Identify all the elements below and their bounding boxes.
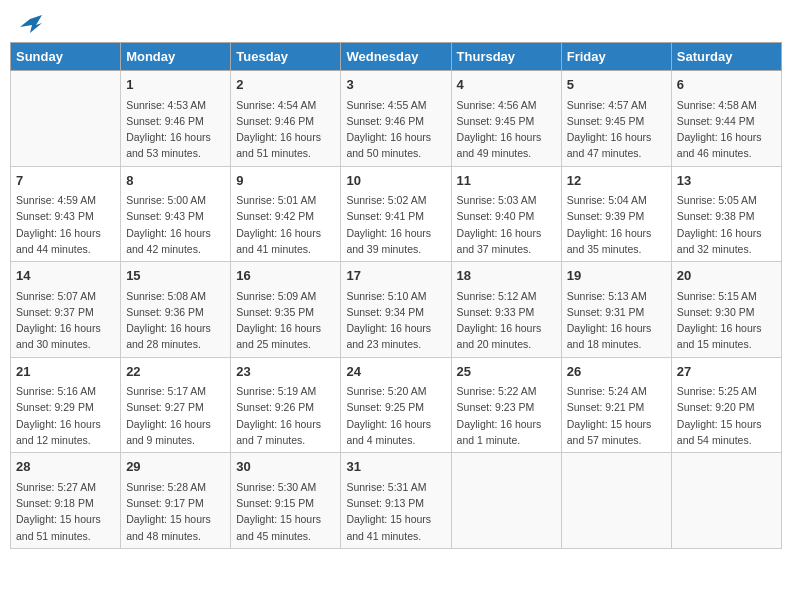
calendar-week-row: 1Sunrise: 4:53 AMSunset: 9:46 PMDaylight… — [11, 71, 782, 167]
calendar-header-row: SundayMondayTuesdayWednesdayThursdayFrid… — [11, 43, 782, 71]
calendar-cell — [561, 453, 671, 549]
calendar-cell: 19Sunrise: 5:13 AMSunset: 9:31 PMDayligh… — [561, 262, 671, 358]
day-number: 4 — [457, 75, 556, 95]
day-number: 25 — [457, 362, 556, 382]
day-info: Sunrise: 5:10 AMSunset: 9:34 PMDaylight:… — [346, 288, 445, 353]
day-info: Sunrise: 5:16 AMSunset: 9:29 PMDaylight:… — [16, 383, 115, 448]
day-number: 20 — [677, 266, 776, 286]
day-info: Sunrise: 4:56 AMSunset: 9:45 PMDaylight:… — [457, 97, 556, 162]
day-number: 17 — [346, 266, 445, 286]
day-number: 3 — [346, 75, 445, 95]
day-info: Sunrise: 5:15 AMSunset: 9:30 PMDaylight:… — [677, 288, 776, 353]
day-info: Sunrise: 5:22 AMSunset: 9:23 PMDaylight:… — [457, 383, 556, 448]
calendar-cell: 8Sunrise: 5:00 AMSunset: 9:43 PMDaylight… — [121, 166, 231, 262]
day-number: 26 — [567, 362, 666, 382]
day-number: 1 — [126, 75, 225, 95]
calendar-cell — [11, 71, 121, 167]
day-number: 21 — [16, 362, 115, 382]
calendar-cell: 12Sunrise: 5:04 AMSunset: 9:39 PMDayligh… — [561, 166, 671, 262]
calendar-cell: 23Sunrise: 5:19 AMSunset: 9:26 PMDayligh… — [231, 357, 341, 453]
logo-bird-icon — [20, 15, 42, 35]
day-header-wednesday: Wednesday — [341, 43, 451, 71]
day-info: Sunrise: 5:07 AMSunset: 9:37 PMDaylight:… — [16, 288, 115, 353]
calendar-cell: 6Sunrise: 4:58 AMSunset: 9:44 PMDaylight… — [671, 71, 781, 167]
day-number: 12 — [567, 171, 666, 191]
day-number: 18 — [457, 266, 556, 286]
day-number: 6 — [677, 75, 776, 95]
day-header-monday: Monday — [121, 43, 231, 71]
day-number: 31 — [346, 457, 445, 477]
calendar-cell: 9Sunrise: 5:01 AMSunset: 9:42 PMDaylight… — [231, 166, 341, 262]
svg-marker-0 — [20, 15, 42, 33]
calendar-cell: 21Sunrise: 5:16 AMSunset: 9:29 PMDayligh… — [11, 357, 121, 453]
calendar-cell: 11Sunrise: 5:03 AMSunset: 9:40 PMDayligh… — [451, 166, 561, 262]
calendar-cell: 26Sunrise: 5:24 AMSunset: 9:21 PMDayligh… — [561, 357, 671, 453]
calendar-cell: 17Sunrise: 5:10 AMSunset: 9:34 PMDayligh… — [341, 262, 451, 358]
day-info: Sunrise: 4:57 AMSunset: 9:45 PMDaylight:… — [567, 97, 666, 162]
day-info: Sunrise: 5:13 AMSunset: 9:31 PMDaylight:… — [567, 288, 666, 353]
calendar-cell: 27Sunrise: 5:25 AMSunset: 9:20 PMDayligh… — [671, 357, 781, 453]
day-number: 30 — [236, 457, 335, 477]
day-number: 29 — [126, 457, 225, 477]
calendar-cell: 2Sunrise: 4:54 AMSunset: 9:46 PMDaylight… — [231, 71, 341, 167]
day-info: Sunrise: 5:19 AMSunset: 9:26 PMDaylight:… — [236, 383, 335, 448]
day-info: Sunrise: 5:09 AMSunset: 9:35 PMDaylight:… — [236, 288, 335, 353]
day-info: Sunrise: 5:24 AMSunset: 9:21 PMDaylight:… — [567, 383, 666, 448]
day-number: 11 — [457, 171, 556, 191]
day-number: 22 — [126, 362, 225, 382]
calendar-cell: 1Sunrise: 4:53 AMSunset: 9:46 PMDaylight… — [121, 71, 231, 167]
calendar-cell: 15Sunrise: 5:08 AMSunset: 9:36 PMDayligh… — [121, 262, 231, 358]
day-number: 24 — [346, 362, 445, 382]
day-number: 16 — [236, 266, 335, 286]
calendar-cell: 16Sunrise: 5:09 AMSunset: 9:35 PMDayligh… — [231, 262, 341, 358]
day-info: Sunrise: 5:27 AMSunset: 9:18 PMDaylight:… — [16, 479, 115, 544]
calendar-table: SundayMondayTuesdayWednesdayThursdayFrid… — [10, 42, 782, 549]
day-info: Sunrise: 4:53 AMSunset: 9:46 PMDaylight:… — [126, 97, 225, 162]
day-number: 14 — [16, 266, 115, 286]
day-info: Sunrise: 5:01 AMSunset: 9:42 PMDaylight:… — [236, 192, 335, 257]
calendar-cell: 18Sunrise: 5:12 AMSunset: 9:33 PMDayligh… — [451, 262, 561, 358]
calendar-cell: 14Sunrise: 5:07 AMSunset: 9:37 PMDayligh… — [11, 262, 121, 358]
calendar-cell: 13Sunrise: 5:05 AMSunset: 9:38 PMDayligh… — [671, 166, 781, 262]
day-info: Sunrise: 4:55 AMSunset: 9:46 PMDaylight:… — [346, 97, 445, 162]
calendar-cell: 10Sunrise: 5:02 AMSunset: 9:41 PMDayligh… — [341, 166, 451, 262]
day-number: 23 — [236, 362, 335, 382]
day-number: 9 — [236, 171, 335, 191]
calendar-cell: 4Sunrise: 4:56 AMSunset: 9:45 PMDaylight… — [451, 71, 561, 167]
day-header-tuesday: Tuesday — [231, 43, 341, 71]
day-number: 15 — [126, 266, 225, 286]
calendar-cell: 22Sunrise: 5:17 AMSunset: 9:27 PMDayligh… — [121, 357, 231, 453]
day-header-thursday: Thursday — [451, 43, 561, 71]
calendar-week-row: 7Sunrise: 4:59 AMSunset: 9:43 PMDaylight… — [11, 166, 782, 262]
day-number: 27 — [677, 362, 776, 382]
day-number: 7 — [16, 171, 115, 191]
day-info: Sunrise: 5:31 AMSunset: 9:13 PMDaylight:… — [346, 479, 445, 544]
calendar-cell: 3Sunrise: 4:55 AMSunset: 9:46 PMDaylight… — [341, 71, 451, 167]
calendar-cell: 29Sunrise: 5:28 AMSunset: 9:17 PMDayligh… — [121, 453, 231, 549]
day-info: Sunrise: 5:17 AMSunset: 9:27 PMDaylight:… — [126, 383, 225, 448]
calendar-cell: 7Sunrise: 4:59 AMSunset: 9:43 PMDaylight… — [11, 166, 121, 262]
day-header-sunday: Sunday — [11, 43, 121, 71]
day-number: 28 — [16, 457, 115, 477]
calendar-cell: 30Sunrise: 5:30 AMSunset: 9:15 PMDayligh… — [231, 453, 341, 549]
day-number: 19 — [567, 266, 666, 286]
day-info: Sunrise: 5:20 AMSunset: 9:25 PMDaylight:… — [346, 383, 445, 448]
day-header-friday: Friday — [561, 43, 671, 71]
calendar-cell: 20Sunrise: 5:15 AMSunset: 9:30 PMDayligh… — [671, 262, 781, 358]
day-number: 2 — [236, 75, 335, 95]
day-info: Sunrise: 5:30 AMSunset: 9:15 PMDaylight:… — [236, 479, 335, 544]
page-header — [10, 10, 782, 34]
day-info: Sunrise: 5:02 AMSunset: 9:41 PMDaylight:… — [346, 192, 445, 257]
day-info: Sunrise: 5:00 AMSunset: 9:43 PMDaylight:… — [126, 192, 225, 257]
calendar-cell: 25Sunrise: 5:22 AMSunset: 9:23 PMDayligh… — [451, 357, 561, 453]
calendar-cell — [671, 453, 781, 549]
day-number: 5 — [567, 75, 666, 95]
day-info: Sunrise: 4:58 AMSunset: 9:44 PMDaylight:… — [677, 97, 776, 162]
calendar-cell: 24Sunrise: 5:20 AMSunset: 9:25 PMDayligh… — [341, 357, 451, 453]
day-header-saturday: Saturday — [671, 43, 781, 71]
day-info: Sunrise: 5:12 AMSunset: 9:33 PMDaylight:… — [457, 288, 556, 353]
day-info: Sunrise: 5:28 AMSunset: 9:17 PMDaylight:… — [126, 479, 225, 544]
calendar-cell: 28Sunrise: 5:27 AMSunset: 9:18 PMDayligh… — [11, 453, 121, 549]
calendar-cell: 31Sunrise: 5:31 AMSunset: 9:13 PMDayligh… — [341, 453, 451, 549]
day-info: Sunrise: 5:08 AMSunset: 9:36 PMDaylight:… — [126, 288, 225, 353]
